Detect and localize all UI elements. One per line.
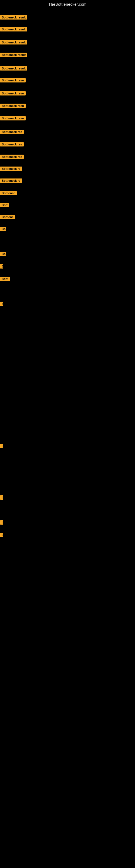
- bottleneck-row-7: Bottleneck resu: [0, 91, 26, 97]
- bottleneck-label-18: Bo: [0, 227, 6, 231]
- bottleneck-row-17: Bottlene: [0, 215, 15, 220]
- site-title: TheBottlenecker.com: [0, 0, 135, 8]
- bottleneck-label-10: Bottleneck res: [0, 130, 24, 134]
- bottleneck-label-16: Bott: [0, 203, 9, 207]
- bottleneck-row-3: Bottleneck result: [0, 40, 27, 45]
- bottleneck-row-12: Bottleneck res: [0, 155, 24, 160]
- bottleneck-label-24: |: [0, 495, 3, 500]
- bottleneck-label-20: B: [0, 264, 3, 269]
- bottleneck-row-22: B: [0, 302, 3, 307]
- bottleneck-row-9: Bottleneck resu: [0, 116, 26, 122]
- bottleneck-row-23: |: [0, 444, 3, 449]
- bottleneck-label-1: Bottleneck result: [0, 15, 27, 20]
- bottleneck-row-11: Bottleneck res: [0, 142, 24, 148]
- bottleneck-label-2: Bottleneck result: [0, 27, 27, 31]
- bottleneck-label-11: Bottleneck res: [0, 142, 24, 147]
- bottleneck-row-26: B: [0, 533, 3, 538]
- bottleneck-label-17: Bottlene: [0, 215, 15, 219]
- bottleneck-label-25: |: [0, 520, 3, 525]
- bottleneck-row-14: Bottleneck re: [0, 179, 22, 184]
- bottleneck-row-4: Bottleneck result: [0, 53, 27, 58]
- bottleneck-row-15: Bottlenec: [0, 191, 17, 196]
- bottleneck-row-16: Bott: [0, 203, 9, 208]
- bottleneck-label-21: Bottl: [0, 277, 10, 281]
- bottleneck-label-12: Bottleneck res: [0, 155, 24, 159]
- bottleneck-row-13: Bottleneck re: [0, 166, 22, 172]
- bottleneck-label-22: B: [0, 302, 3, 306]
- bottleneck-row-19: Bo: [0, 252, 6, 257]
- bottleneck-label-6: Bottleneck resu: [0, 78, 26, 83]
- bottleneck-label-3: Bottleneck result: [0, 40, 27, 44]
- bottleneck-label-14: Bottleneck re: [0, 179, 22, 183]
- bottleneck-row-24: |: [0, 495, 3, 501]
- bottleneck-row-6: Bottleneck resu: [0, 78, 26, 84]
- bottleneck-label-23: |: [0, 444, 3, 448]
- bottleneck-label-19: Bo: [0, 252, 6, 256]
- bottleneck-label-13: Bottleneck re: [0, 166, 22, 171]
- bottleneck-row-20: B: [0, 264, 3, 270]
- bottleneck-row-21: Bottl: [0, 277, 10, 282]
- bottleneck-label-7: Bottleneck resu: [0, 91, 26, 95]
- bottleneck-label-5: Bottleneck result: [0, 66, 27, 70]
- bottleneck-row-1: Bottleneck result: [0, 15, 27, 21]
- bottleneck-label-15: Bottlenec: [0, 191, 17, 195]
- bottleneck-row-18: Bo: [0, 227, 6, 232]
- bottleneck-label-9: Bottleneck resu: [0, 116, 26, 120]
- bottleneck-label-8: Bottleneck resu: [0, 104, 26, 108]
- bottleneck-label-4: Bottleneck result: [0, 53, 27, 57]
- bottleneck-row-5: Bottleneck result: [0, 66, 27, 72]
- bottleneck-row-8: Bottleneck resu: [0, 104, 26, 109]
- bottleneck-row-10: Bottleneck res: [0, 130, 24, 135]
- bottleneck-row-25: |: [0, 520, 3, 526]
- bottleneck-label-26: B: [0, 533, 3, 537]
- bottleneck-row-2: Bottleneck result: [0, 27, 27, 33]
